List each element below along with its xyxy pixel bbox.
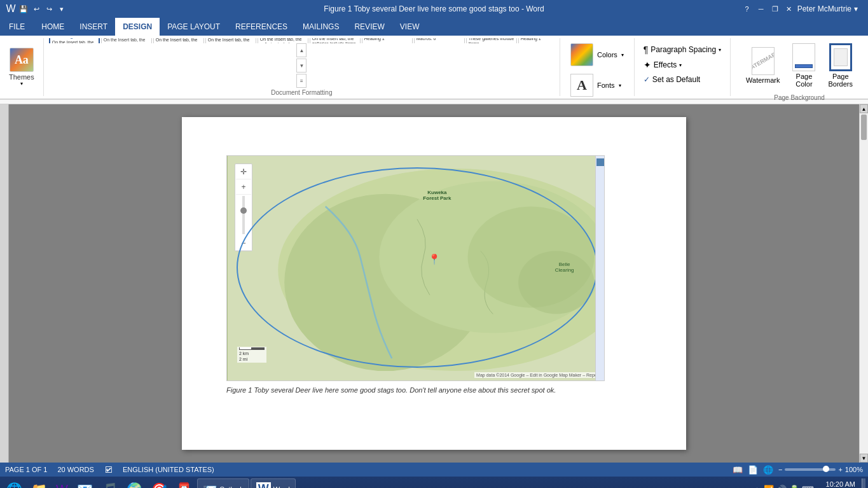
zoom-out-icon[interactable]: − — [778, 466, 782, 473]
map-attribution: Map data ©2014 Google – Edit in Google M… — [474, 372, 602, 378]
map-navigation: ✛ + − — [235, 164, 252, 251]
scroll-down-button[interactable]: ▼ — [860, 454, 868, 463]
undo-icon[interactable]: ↩ — [31, 3, 42, 15]
taskbar: 🌐 📁 W 📧 🎵 🌍 🎯 📮 📨 Outlook W Word ▲ 📶 🔊 🔋… — [0, 477, 868, 488]
style-item-3[interactable]: Title Heading 1 On the Insert tab, the g… — [153, 38, 204, 43]
systray-volume[interactable]: 🔊 — [776, 485, 787, 489]
style-body-1: On the Insert tab, the galleries include… — [52, 40, 97, 43]
systray-battery[interactable]: 🔋 — [789, 485, 799, 489]
fonts-button[interactable]: A Fonts ▾ — [565, 71, 626, 99]
style-item-8[interactable]: Title Heading 1 Macros: 0 — [414, 38, 465, 43]
status-left: PAGE 1 OF 1 20 WORDS 🗹 ENGLISH (UNITED S… — [5, 465, 214, 475]
colors-button[interactable]: Colors ▾ — [565, 41, 629, 69]
tab-file[interactable]: FILE — [0, 18, 34, 36]
style-item-10[interactable]: TITLE Heading 1 Heading 1 — [518, 38, 560, 43]
systray-keyboard[interactable]: ⌨ — [802, 485, 814, 489]
map-zoom-minus[interactable]: − — [236, 235, 251, 251]
tab-design[interactable]: DESIGN — [115, 18, 160, 36]
scrollbar-vertical[interactable]: ▲ ▼ — [859, 104, 868, 463]
user-chevron[interactable]: ▾ — [854, 4, 858, 13]
word-icon: W — [5, 3, 17, 15]
gallery-up-arrow[interactable]: ▲ — [296, 43, 307, 57]
paragraph-spacing-label: Paragraph Spacing — [651, 45, 716, 54]
window-controls: ? ─ ❐ ✕ Peter McMurtrie ▾ — [741, 3, 863, 15]
set-as-default-button[interactable]: ✓ Set as Default — [640, 74, 725, 85]
gallery-more-arrow[interactable]: ≡ — [296, 74, 307, 88]
show-desktop-button[interactable] — [862, 478, 865, 488]
tab-review[interactable]: REVIEW — [347, 18, 392, 36]
gallery-down-arrow[interactable]: ▼ — [296, 59, 307, 73]
tab-mailings[interactable]: MAILINGS — [295, 18, 347, 36]
read-mode-icon[interactable]: 📖 — [733, 465, 743, 475]
style-item-7[interactable]: TITLE Heading 1 Heading 1 — [362, 38, 413, 43]
taskbar-app6-button[interactable]: 🌍 — [123, 478, 146, 488]
map-forest-label: KuwekaForest Park — [423, 190, 451, 201]
style-item-1[interactable]: Title Heading 1 On the Insert tab, the g… — [49, 38, 100, 43]
tab-view[interactable]: VIEW — [392, 18, 427, 36]
taskbar-app7-button[interactable]: 🎯 — [148, 478, 171, 488]
gallery-arrows: ▲ ▼ ≡ — [296, 43, 307, 88]
restore-icon[interactable]: ❐ — [769, 3, 781, 15]
taskbar-mail-button[interactable]: 📧 — [73, 478, 97, 488]
map-sidebar-button[interactable] — [596, 158, 604, 166]
save-icon[interactable]: 💾 — [18, 3, 29, 15]
style-gallery: Title Heading 1 On the Insert tab, the g… — [49, 38, 560, 43]
ie-icon: 🌐 — [6, 482, 22, 488]
map-scale: 2 km 2 mi — [237, 347, 266, 363]
style-item-4[interactable]: Title Heading 1 On the Insert tab, the g… — [205, 38, 256, 43]
scroll-up-button[interactable]: ▲ — [860, 104, 868, 113]
minimize-icon[interactable]: ─ — [755, 3, 767, 15]
web-layout-icon[interactable]: 🌐 — [763, 465, 773, 475]
status-right: 📖 📄 🌐 − + 100% — [733, 465, 863, 475]
taskbar-ie-button[interactable]: 🌐 — [3, 478, 26, 488]
print-layout-icon[interactable]: 📄 — [748, 465, 758, 475]
close-icon[interactable]: ✕ — [783, 3, 795, 15]
app7-icon: 🎯 — [151, 482, 167, 488]
fonts-icon: A — [570, 74, 593, 97]
customize-icon[interactable]: ▾ — [56, 3, 67, 15]
checkmark-icon: ✓ — [644, 75, 650, 84]
redo-icon[interactable]: ↪ — [43, 3, 55, 15]
svg-rect-0 — [228, 156, 604, 380]
map-pan-icon[interactable]: ✛ — [236, 164, 251, 179]
paragraph-spacing-icon: ¶ — [644, 45, 649, 55]
document-formatting-section: Title Heading 1 On the Insert tab, the g… — [44, 38, 560, 96]
clock-time: 10:20 AM — [824, 480, 855, 488]
style-item-5[interactable]: Title Heading 1 On the Insert tab, the g… — [258, 38, 308, 43]
style-item-2[interactable]: TITLE HEADING 1 On the Insert tab, the g… — [101, 38, 152, 43]
help-icon[interactable]: ? — [741, 3, 753, 15]
zoom-slider[interactable]: − + 100% — [778, 466, 863, 473]
effects-label: Effects — [654, 60, 677, 69]
taskbar-clock[interactable]: 10:20 AM 1/19/2014 — [819, 480, 860, 488]
tab-page-layout[interactable]: PAGE LAYOUT — [160, 18, 228, 36]
tab-insert[interactable]: INSERT — [72, 18, 115, 36]
watermark-button[interactable]: WATERMARK Watermark — [741, 45, 785, 87]
taskbar-app5-button[interactable]: 🎵 — [98, 478, 121, 488]
style-item-9[interactable]: Title Heading 1 These galleries include … — [466, 38, 517, 43]
page-borders-button[interactable]: PageBorders — [823, 41, 858, 90]
zoom-track[interactable] — [785, 468, 836, 471]
taskbar-explorer-button[interactable]: 📁 — [27, 478, 51, 488]
systray-network[interactable]: 📶 — [764, 485, 774, 489]
themes-button[interactable]: Aa Themes ▾ — [5, 45, 38, 89]
taskbar-outlook-button[interactable]: 📨 Outlook — [197, 478, 249, 488]
effects-button[interactable]: ✦ Effects ▾ — [640, 59, 725, 71]
themes-icon: Aa — [10, 48, 34, 72]
proofing-icon[interactable]: 🗹 — [104, 465, 113, 475]
scrollbar-thumb[interactable] — [861, 115, 867, 140]
taskbar-app3-button[interactable]: W — [52, 478, 72, 488]
zoom-in-icon[interactable]: + — [838, 466, 842, 473]
paragraph-spacing-button[interactable]: ¶ Paragraph Spacing ▾ — [640, 43, 725, 56]
tab-references[interactable]: REFERENCES — [228, 18, 295, 36]
taskbar-word-button[interactable]: W Word — [251, 478, 296, 488]
status-bar: PAGE 1 OF 1 20 WORDS 🗹 ENGLISH (UNITED S… — [0, 463, 868, 477]
document-content[interactable]: ✛ + − KuwekaForest Park BelleClearing 📍 — [9, 104, 859, 463]
page-color-button[interactable]: PageColor — [787, 41, 820, 90]
style-item-6[interactable]: Title Heading 1 On the Insert tab, the g… — [310, 38, 361, 43]
taskbar-app8-button[interactable]: 📮 — [172, 478, 196, 488]
themes-content: Aa Themes ▾ — [5, 38, 38, 96]
map-zoom-plus[interactable]: + — [236, 179, 251, 195]
tab-home[interactable]: HOME — [34, 18, 72, 36]
systray-arrow[interactable]: ▲ — [753, 485, 761, 489]
map-pin-icon: 📍 — [428, 254, 441, 265]
